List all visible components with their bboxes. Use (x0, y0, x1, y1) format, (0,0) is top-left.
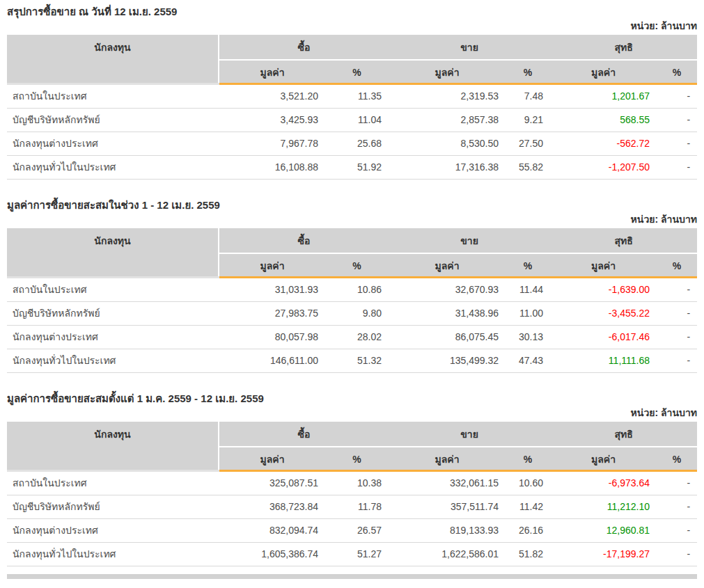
sell-group-header: ขาย (389, 228, 550, 253)
buy-percent-cell: 51.32 (325, 349, 389, 373)
sell-percent-subheader: % (506, 253, 550, 278)
net-percent-subheader: % (657, 60, 697, 84)
net-value-subheader: มูลค่า (550, 60, 657, 84)
net-value-cell: 11,111.68 (550, 349, 657, 373)
buy-value-subheader: มูลค่า (219, 60, 325, 84)
sell-group-header: ขาย (389, 35, 550, 60)
sell-value-cell: 8,530.50 (389, 132, 506, 156)
sell-percent-cell: 11.00 (506, 302, 550, 326)
sell-value-cell: 2,319.53 (389, 84, 506, 109)
sell-percent-cell: 55.82 (506, 156, 550, 180)
buy-percent-cell: 26.57 (325, 519, 389, 543)
table-row: นักลงทุนทั่วไปในประเทศ 1,605,386.74 51.2… (7, 543, 697, 566)
table-row: นักลงทุนทั่วไปในประเทศ 16,108.88 51.92 1… (7, 156, 697, 180)
net-value-subheader: มูลค่า (550, 253, 657, 278)
buy-percent-subheader: % (325, 447, 389, 471)
sell-percent-cell: 9.21 (506, 109, 550, 132)
table-row: บัญชีบริษัทหลักทรัพย์ 27,983.75 9.80 31,… (7, 302, 697, 326)
net-value-cell: -6,017.46 (550, 326, 657, 349)
investor-name-cell: สถาบันในประเทศ (7, 84, 219, 109)
sell-value-cell: 332,061.15 (389, 471, 506, 495)
trading-summary-section: สรุปการซื้อขาย ณ วันที่ 12 เม.ย. 2559 หน… (7, 0, 697, 180)
buy-value-subheader: มูลค่า (219, 253, 325, 278)
sell-value-cell: 17,316.38 (389, 156, 506, 180)
group-header-row: นักลงทุน ซื้อ ขาย สุทธิ (7, 422, 697, 447)
buy-value-cell: 368,723.84 (219, 495, 325, 519)
sell-value-cell: 1,622,586.01 (389, 543, 506, 566)
table-row: นักลงทุนต่างประเทศ 7,967.78 25.68 8,530.… (7, 132, 697, 156)
table-row: นักลงทุนต่างประเทศ 80,057.98 28.02 86,07… (7, 326, 697, 349)
net-value-cell: -3,455.22 (550, 302, 657, 326)
group-header-row: นักลงทุน ซื้อ ขาย สุทธิ (7, 35, 697, 60)
buy-percent-cell: 51.27 (325, 543, 389, 566)
table-row: สถาบันในประเทศ 31,031.93 10.86 32,670.93… (7, 278, 697, 302)
net-value-cell: -6,973.64 (550, 471, 657, 495)
buy-percent-cell: 11.78 (325, 495, 389, 519)
section-title: มูลค่าการซื้อขายสะสมตั้งแต่ 1 ม.ค. 2559 … (7, 373, 697, 405)
sell-value-subheader: มูลค่า (389, 253, 506, 278)
sell-percent-subheader: % (506, 447, 550, 471)
buy-group-header: ซื้อ (219, 422, 389, 447)
buy-percent-cell: 11.04 (325, 109, 389, 132)
buy-percent-cell: 25.68 (325, 132, 389, 156)
sell-percent-cell: 51.82 (506, 543, 550, 566)
sell-percent-cell: 30.13 (506, 326, 550, 349)
table-row: สถาบันในประเทศ 325,087.51 10.38 332,061.… (7, 471, 697, 495)
net-percent-cell: - (657, 519, 697, 543)
section-title: มูลค่าการซื้อขายสะสมในช่วง 1 - 12 เม.ย. … (7, 180, 697, 212)
buy-value-cell: 7,967.78 (219, 132, 325, 156)
buy-percent-cell: 51.92 (325, 156, 389, 180)
table-row: นักลงทุนทั่วไปในประเทศ 146,611.00 51.32 … (7, 349, 697, 373)
net-percent-cell: - (657, 132, 697, 156)
sell-percent-cell: 27.50 (506, 132, 550, 156)
investor-column-header: นักลงทุน (7, 228, 219, 278)
investor-name-cell: นักลงทุนต่างประเทศ (7, 519, 219, 543)
sell-percent-cell: 26.16 (506, 519, 550, 543)
sell-value-cell: 357,511.74 (389, 495, 506, 519)
sell-percent-cell: 11.42 (506, 495, 550, 519)
buy-percent-cell: 10.86 (325, 278, 389, 302)
net-percent-subheader: % (657, 253, 697, 278)
group-header-row: นักลงทุน ซื้อ ขาย สุทธิ (7, 228, 697, 253)
buy-value-cell: 27,983.75 (219, 302, 325, 326)
sell-value-cell: 2,857.38 (389, 109, 506, 132)
buy-value-cell: 325,087.51 (219, 471, 325, 495)
net-group-header: สุทธิ (550, 35, 697, 60)
net-value-cell: 568.55 (550, 109, 657, 132)
buy-percent-cell: 11.35 (325, 84, 389, 109)
trading-summary-section: มูลค่าการซื้อขายสะสมตั้งแต่ 1 ม.ค. 2559 … (7, 373, 697, 566)
table-row: บัญชีบริษัทหลักทรัพย์ 368,723.84 11.78 3… (7, 495, 697, 519)
net-value-cell: -17,199.27 (550, 543, 657, 566)
sell-value-cell: 135,499.32 (389, 349, 506, 373)
buy-value-cell: 31,031.93 (219, 278, 325, 302)
sell-value-subheader: มูลค่า (389, 60, 506, 84)
sell-percent-cell: 11.44 (506, 278, 550, 302)
trading-summary-section: มูลค่าการซื้อขายสะสมในช่วง 1 - 12 เม.ย. … (7, 180, 697, 373)
buy-value-cell: 832,094.74 (219, 519, 325, 543)
sell-value-subheader: มูลค่า (389, 447, 506, 471)
unit-label: หน่วย: ล้านบาท (7, 213, 697, 225)
buy-value-subheader: มูลค่า (219, 447, 325, 471)
net-percent-cell: - (657, 156, 697, 180)
sell-percent-subheader: % (506, 60, 550, 84)
net-value-cell: -562.72 (550, 132, 657, 156)
net-value-subheader: มูลค่า (550, 447, 657, 471)
investor-name-cell: นักลงทุนทั่วไปในประเทศ (7, 156, 219, 180)
net-percent-cell: - (657, 278, 697, 302)
unit-label: หน่วย: ล้านบาท (7, 19, 697, 32)
investor-name-cell: นักลงทุนต่างประเทศ (7, 132, 219, 156)
net-percent-subheader: % (657, 447, 697, 471)
trading-summary-page: สรุปการซื้อขาย ณ วันที่ 12 เม.ย. 2559 หน… (0, 0, 704, 579)
net-value-cell: -1,207.50 (550, 156, 657, 180)
net-group-header: สุทธิ (550, 422, 697, 447)
sell-value-cell: 31,438.96 (389, 302, 506, 326)
table-row: สถาบันในประเทศ 3,521.20 11.35 2,319.53 7… (7, 84, 697, 109)
sell-percent-cell: 10.60 (506, 471, 550, 495)
buy-value-cell: 80,057.98 (219, 326, 325, 349)
investor-name-cell: นักลงทุนทั่วไปในประเทศ (7, 349, 219, 373)
buy-group-header: ซื้อ (219, 228, 389, 253)
net-value-cell: 12,960.81 (550, 519, 657, 543)
table-row: นักลงทุนต่างประเทศ 832,094.74 26.57 819,… (7, 519, 697, 543)
sell-value-cell: 86,075.45 (389, 326, 506, 349)
buy-percent-cell: 9.80 (325, 302, 389, 326)
